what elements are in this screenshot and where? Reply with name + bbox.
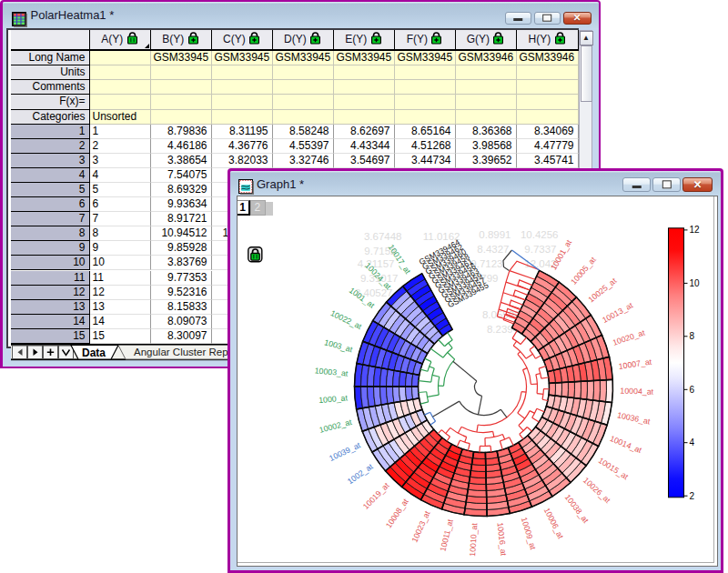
- svg-text:10010_at: 10010_at: [468, 522, 479, 557]
- svg-text:10036_at: 10036_at: [616, 410, 652, 427]
- svg-text:1003_at: 1003_at: [323, 337, 354, 354]
- svg-text:10011_at: 10011_at: [438, 518, 454, 552]
- svg-text:10023_at: 10023_at: [410, 508, 431, 543]
- svg-text:3.67448: 3.67448: [363, 230, 401, 241]
- svg-text:Angular Cluster Report: Angular Cluster Report: [134, 347, 241, 357]
- svg-text:10003_at: 10003_at: [314, 366, 349, 377]
- svg-text:1002_at: 1002_at: [345, 461, 374, 486]
- svg-text:10007_at: 10007_at: [618, 357, 652, 370]
- svg-text:8: 8: [689, 331, 694, 341]
- svg-text:10020_at: 10020_at: [611, 327, 645, 347]
- svg-text:10022_at: 10022_at: [329, 308, 363, 331]
- svg-text:10.4256: 10.4256: [520, 228, 558, 239]
- svg-text:10: 10: [689, 277, 700, 287]
- svg-text:10013_at: 10013_at: [601, 300, 634, 325]
- svg-text:9.7337: 9.7337: [524, 243, 556, 254]
- svg-text:10004_at: 10004_at: [620, 386, 654, 396]
- svg-text:0.8991: 0.8991: [479, 228, 511, 239]
- svg-text:10014_at: 10014_at: [608, 433, 642, 454]
- svg-text:10039_at: 10039_at: [328, 440, 362, 463]
- svg-text:10025_at: 10025_at: [586, 276, 618, 304]
- svg-text:8.4327: 8.4327: [477, 243, 509, 254]
- svg-text:10002_at: 10002_at: [318, 417, 353, 434]
- svg-text:12: 12: [689, 225, 700, 235]
- svg-text:4: 4: [689, 437, 694, 447]
- svg-text:10005_at: 10005_at: [569, 255, 598, 286]
- svg-text:10038_at: 10038_at: [562, 492, 590, 525]
- svg-text:10009_at: 10009_at: [519, 516, 537, 551]
- svg-text:10008_at: 10008_at: [383, 496, 410, 528]
- svg-text:2: 2: [689, 490, 694, 500]
- svg-text:10016_at: 10016_at: [495, 521, 508, 556]
- svg-text:10006_at: 10006_at: [541, 506, 565, 540]
- svg-text:10026_at: 10026_at: [581, 475, 612, 505]
- svg-text:Data: Data: [82, 347, 106, 359]
- svg-text:10015_at: 10015_at: [596, 456, 630, 481]
- svg-text:6: 6: [689, 384, 694, 394]
- svg-text:10019_at: 10019_at: [360, 480, 390, 511]
- svg-text:1000_at: 1000_at: [318, 393, 348, 405]
